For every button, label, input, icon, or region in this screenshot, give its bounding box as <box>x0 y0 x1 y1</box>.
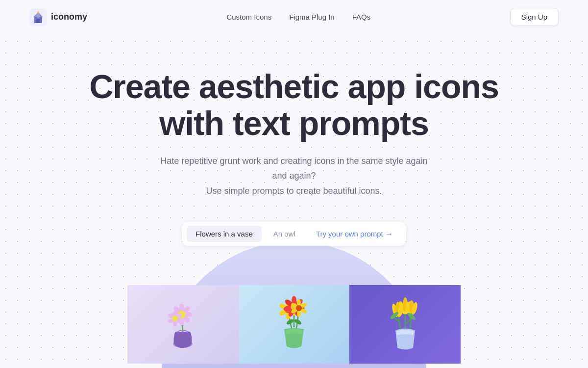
navbar: iconomy Custom Icons Figma Plug In FAQs … <box>0 0 588 34</box>
prompt-tab-owl[interactable]: An owl <box>265 226 304 242</box>
icon-grid-wrapper <box>127 256 461 364</box>
nav-figma-plugin[interactable]: Figma Plug In <box>289 13 335 21</box>
signup-button[interactable]: Sign Up <box>510 8 559 26</box>
hero-title-line2: with text prompts <box>159 105 429 142</box>
svg-point-50 <box>296 305 302 311</box>
logo[interactable]: iconomy <box>29 8 87 26</box>
flower-icon-2 <box>270 295 318 354</box>
nav-faqs[interactable]: FAQs <box>352 13 371 21</box>
svg-point-25 <box>172 315 178 321</box>
logo-icon <box>29 8 47 26</box>
hero-title-line1: Create aesthetic app icons <box>89 68 499 105</box>
hero-subtitle-line1: Hate repetitive grunt work and creating … <box>160 156 427 181</box>
icon-cell-2 <box>239 285 350 364</box>
hero-subtitle: Hate repetitive grunt work and creating … <box>157 154 431 199</box>
nav-links: Custom Icons Figma Plug In FAQs <box>226 13 370 21</box>
hero-title: Create aesthetic app icons with text pro… <box>74 68 514 142</box>
prompt-section: Flowers in a vase An owl Try your own pr… <box>10 222 578 364</box>
icon-grid <box>127 285 461 364</box>
icon-cell-3 <box>349 285 461 364</box>
svg-point-44 <box>297 299 301 306</box>
hero-subtitle-line2: Use simple prompts to create beautiful i… <box>206 186 382 196</box>
logo-text: iconomy <box>51 12 87 22</box>
svg-rect-4 <box>36 13 40 18</box>
flower-icon-3 <box>381 295 430 354</box>
svg-point-47 <box>297 310 301 317</box>
icon-cell-1 <box>127 285 239 364</box>
prompt-tabs: Flowers in a vase An owl Try your own pr… <box>182 222 406 246</box>
prompt-tab-custom[interactable]: Try your own prompt → <box>307 226 401 242</box>
flower-icon-1 <box>158 295 207 354</box>
prompt-tab-flowers[interactable]: Flowers in a vase <box>187 226 262 242</box>
svg-rect-3 <box>36 19 40 23</box>
nav-custom-icons[interactable]: Custom Icons <box>226 13 271 21</box>
hero-section: Create aesthetic app icons with text pro… <box>0 34 588 368</box>
